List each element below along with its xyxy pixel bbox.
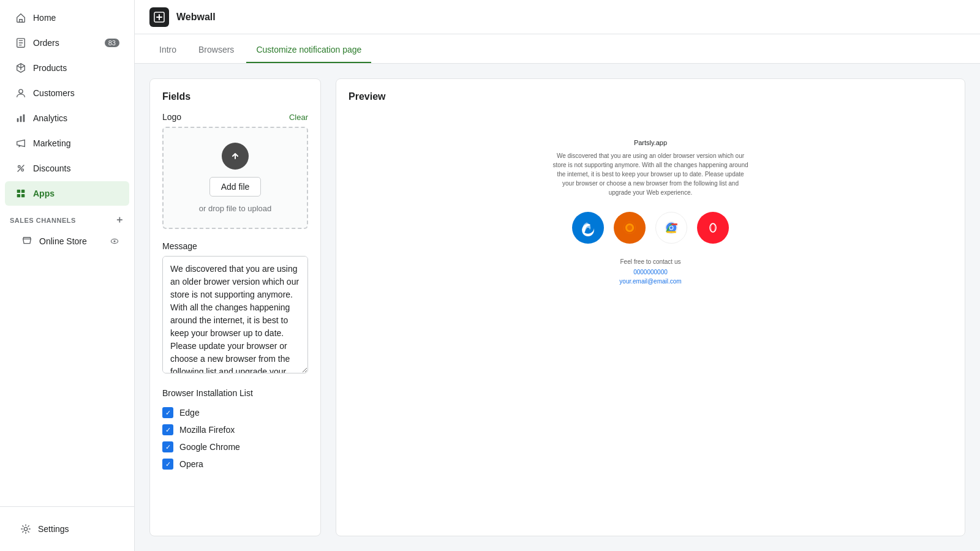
message-label-row: Message [162,241,308,251]
browser-item-edge: ✓ Edge [162,404,308,421]
edge-label: Edge [179,408,200,418]
svg-point-20 [670,227,673,230]
preview-app-name: Partsly.app [634,139,667,146]
edge-icon [572,212,604,244]
sidebar-item-products-label: Products [33,63,67,73]
home-icon [15,12,27,24]
main-content: Webwall Intro Browsers Customize notific… [135,0,980,551]
orders-icon [15,37,27,49]
opera-icon [697,212,729,244]
preview-message-text: We discovered that you are using an olde… [552,151,748,197]
upload-area[interactable]: Add file or drop file to upload [162,127,308,229]
chrome-label: Google Chrome [179,442,240,452]
sidebar-item-settings-label: Settings [38,524,69,534]
browser-list-title: Browser Installation List [162,388,308,398]
message-label: Message [162,241,197,251]
message-textarea[interactable] [162,256,308,373]
firefox-icon [614,212,646,244]
sidebar-item-settings[interactable]: Settings [10,517,124,541]
app-logo-icon [149,7,169,27]
svg-point-13 [24,527,27,530]
drop-text: or drop file to upload [199,204,272,213]
svg-rect-7 [17,190,20,193]
analytics-icon [15,112,27,124]
svg-rect-9 [17,194,20,197]
tab-customize[interactable]: Customize notification page [246,37,371,63]
sidebar: Home Orders 83 Products Customers [0,0,135,551]
sidebar-item-marketing[interactable]: Marketing [5,131,129,156]
browser-list-section: Browser Installation List ✓ Edge ✓ Mozil… [162,388,308,473]
edge-checkbox[interactable]: ✓ [162,407,173,418]
firefox-label: Mozilla Firefox [179,425,235,435]
sidebar-item-orders[interactable]: Orders 83 [5,31,129,55]
online-store-icon [21,235,33,247]
fields-panel: Fields Logo Clear Add file or drop file … [149,78,321,536]
browser-item-chrome: ✓ Google Chrome [162,438,308,455]
discounts-icon [15,162,27,174]
sidebar-item-customers[interactable]: Customers [5,81,129,105]
sidebar-item-home[interactable]: Home [5,6,129,30]
preview-title: Preview [349,91,952,102]
tab-browsers[interactable]: Browsers [189,37,244,63]
apps-icon [15,187,27,200]
sidebar-item-discounts[interactable]: Discounts [5,156,129,181]
firefox-checkbox[interactable]: ✓ [162,424,173,435]
sidebar-item-orders-label: Orders [33,38,59,48]
clear-logo-button[interactable]: Clear [289,113,308,122]
app-title: Webwall [149,7,216,27]
sidebar-footer: Settings [0,506,134,551]
svg-rect-8 [21,190,24,193]
opera-checkbox[interactable]: ✓ [162,459,173,470]
logo-label: Logo [162,112,181,122]
svg-rect-4 [23,114,25,122]
svg-point-12 [113,240,115,242]
preview-phone[interactable]: 0000000000 [633,269,668,276]
svg-rect-10 [21,194,24,197]
svg-point-1 [19,89,23,93]
svg-point-16 [627,225,632,230]
browser-item-opera: ✓ Opera [162,455,308,473]
sidebar-item-apps[interactable]: Apps [5,181,129,206]
message-section: Message [162,241,308,376]
customers-icon [15,87,27,99]
sidebar-item-home-label: Home [33,13,56,23]
add-sales-channel-icon[interactable]: ＋ [115,214,125,227]
svg-point-6 [21,169,24,171]
preview-contact-label: Feel free to contact us [620,258,681,265]
eye-icon[interactable] [110,236,119,246]
svg-rect-3 [20,116,22,122]
sidebar-item-apps-label: Apps [33,189,55,198]
orders-badge: 83 [105,39,119,47]
preview-panel: Preview Partsly.app We discovered that y… [336,78,965,536]
page-body: Fields Logo Clear Add file or drop file … [135,64,980,551]
svg-rect-2 [17,118,19,122]
sidebar-item-online-store[interactable]: Online Store [5,230,129,253]
preview-content: Partsly.app We discovered that you are u… [349,114,952,309]
svg-point-5 [18,166,21,168]
products-icon [15,62,27,74]
tab-bar: Intro Browsers Customize notification pa… [135,34,980,64]
logo-label-row: Logo Clear [162,112,308,122]
sidebar-item-analytics[interactable]: Analytics [5,106,129,130]
upload-icon [222,143,249,170]
top-bar: Webwall [135,0,980,34]
chrome-checkbox[interactable]: ✓ [162,441,173,452]
browser-item-firefox: ✓ Mozilla Firefox [162,421,308,438]
sidebar-item-discounts-label: Discounts [33,163,70,173]
opera-label: Opera [179,459,203,469]
sales-channels-header: SALES CHANNELS ＋ [0,206,134,229]
marketing-icon [15,137,27,149]
tab-intro[interactable]: Intro [149,37,186,63]
sidebar-item-analytics-label: Analytics [33,113,67,123]
add-file-button[interactable]: Add file [209,177,262,197]
fields-panel-title: Fields [162,91,308,102]
sidebar-nav: Home Orders 83 Products Customers [0,0,134,506]
chrome-icon [655,212,687,244]
sidebar-item-marketing-label: Marketing [33,138,70,148]
browser-icons-row [572,212,729,244]
settings-icon [20,523,32,535]
preview-email[interactable]: your.email@email.com [619,278,681,285]
logo-section: Logo Clear Add file or drop file to uplo… [162,112,308,229]
sidebar-item-products[interactable]: Products [5,56,129,80]
sales-channels-label: SALES CHANNELS [10,217,76,224]
